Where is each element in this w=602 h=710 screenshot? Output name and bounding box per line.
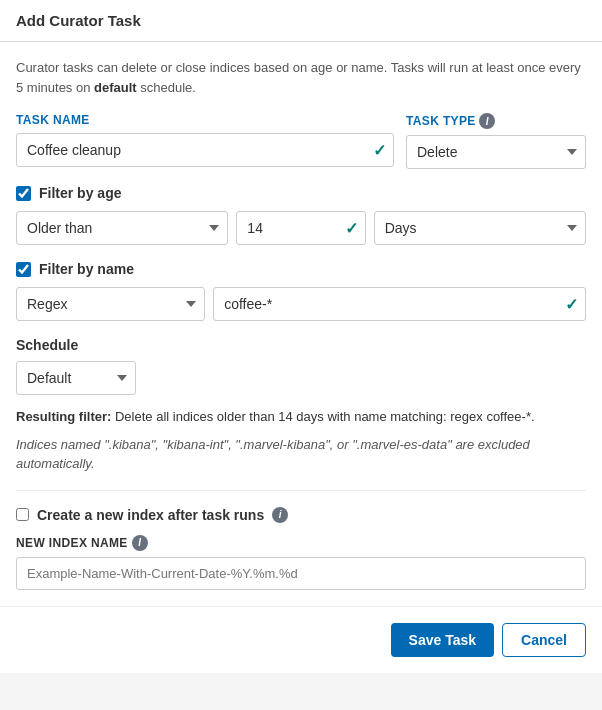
filter-by-name-checkbox-row: Filter by name: [16, 261, 586, 277]
footer: Save Task Cancel: [0, 606, 602, 673]
schedule-select[interactable]: Default Custom: [16, 361, 136, 395]
create-new-index-info-icon[interactable]: i: [272, 507, 288, 523]
info-text: Curator tasks can delete or close indice…: [16, 58, 586, 97]
age-value-wrapper: ✓: [236, 211, 365, 245]
task-name-group: Task Name ✓: [16, 113, 394, 167]
name-type-select[interactable]: Regex Prefix: [16, 287, 205, 321]
name-value-wrapper: ✓: [213, 287, 586, 321]
new-index-name-info-icon[interactable]: i: [132, 535, 148, 551]
task-name-label: Task Name: [16, 113, 394, 127]
page-title: Add Curator Task: [16, 12, 141, 29]
page-header: Add Curator Task: [0, 0, 602, 42]
task-name-input-wrapper: ✓: [16, 133, 394, 167]
resulting-filter: Resulting filter: Delete all indices old…: [16, 407, 586, 427]
filter-by-name-checkbox[interactable]: [16, 262, 31, 277]
info-text-after: schedule.: [137, 80, 196, 95]
info-bold: default: [94, 80, 137, 95]
new-index-name-group: New Index Name i: [16, 535, 586, 590]
task-type-select[interactable]: Delete Close: [406, 135, 586, 169]
excluded-note: Indices named ".kibana", "kibana-int", "…: [16, 435, 586, 474]
filter-by-age-checkbox[interactable]: [16, 186, 31, 201]
task-type-label: Task Type i: [406, 113, 586, 129]
create-new-index-label[interactable]: Create a new index after task runs: [37, 507, 264, 523]
cancel-button[interactable]: Cancel: [502, 623, 586, 657]
age-operator-select[interactable]: Older than Newer than: [16, 211, 228, 245]
age-unit-select[interactable]: Days Hours Weeks Months: [374, 211, 586, 245]
filter-by-name-label[interactable]: Filter by name: [39, 261, 134, 277]
schedule-title: Schedule: [16, 337, 586, 353]
save-task-button[interactable]: Save Task: [391, 623, 494, 657]
task-type-group: Task Type i Delete Close: [406, 113, 586, 169]
schedule-select-wrapper: Default Custom: [16, 361, 136, 395]
new-index-name-label: New Index Name i: [16, 535, 586, 551]
filter-by-age-label[interactable]: Filter by age: [39, 185, 121, 201]
task-name-input[interactable]: [16, 133, 394, 167]
create-new-index-checkbox[interactable]: [16, 508, 29, 521]
new-index-name-input[interactable]: [16, 557, 586, 590]
divider: [16, 490, 586, 491]
create-new-index-row: Create a new index after task runs i: [16, 507, 586, 523]
filter-age-controls: Older than Newer than ✓ Days Hours Weeks…: [16, 211, 586, 245]
resulting-filter-prefix: Resulting filter:: [16, 409, 111, 424]
age-value-check-icon: ✓: [345, 219, 358, 238]
task-name-type-row: Task Name ✓ Task Type i Delete Close: [16, 113, 586, 169]
name-value-check-icon: ✓: [565, 295, 578, 314]
task-name-check-icon: ✓: [373, 141, 386, 160]
name-value-input[interactable]: [213, 287, 586, 321]
schedule-section: Schedule Default Custom: [16, 337, 586, 395]
page-content: Curator tasks can delete or close indice…: [0, 42, 602, 606]
filter-name-controls: Regex Prefix ✓: [16, 287, 586, 321]
filter-by-age-checkbox-row: Filter by age: [16, 185, 586, 201]
resulting-filter-text: Delete all indices older than 14 days wi…: [111, 409, 534, 424]
task-type-info-icon[interactable]: i: [479, 113, 495, 129]
